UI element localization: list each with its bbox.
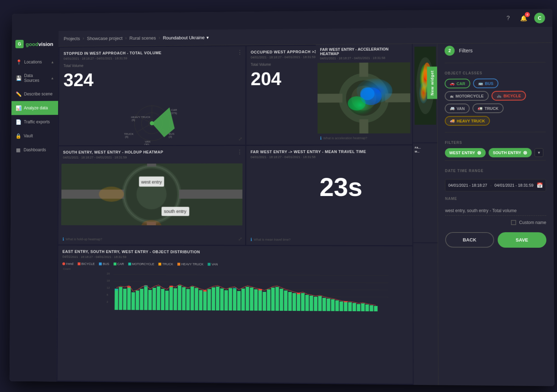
svg-rect-107 <box>288 292 292 311</box>
widget4-menu[interactable]: ⋮ <box>237 149 243 155</box>
sidebar-item-dashboards[interactable]: ▦ Dashboards <box>11 143 58 157</box>
svg-rect-75 <box>169 287 173 310</box>
svg-rect-60 <box>115 289 118 291</box>
breadcrumb-roundabout[interactable]: Roundabout Ukraine ▾ <box>163 35 209 40</box>
partial-fa: FA... M... <box>413 143 438 243</box>
svg-rect-116 <box>322 298 326 311</box>
remove-south-filter[interactable]: ⊗ <box>523 150 527 155</box>
remove-west-filter[interactable]: ⊗ <box>477 150 481 155</box>
svg-text:south entry: south entry <box>164 209 187 214</box>
pill-truck[interactable]: 🚛 TRUCK <box>473 103 503 113</box>
notification-icon[interactable]: 🔔 4 <box>519 13 529 23</box>
sidebar-item-analyze-data[interactable]: 📊 Analyze data <box>11 101 58 115</box>
svg-text:(279): (279) <box>170 112 177 115</box>
widget1-menu[interactable]: ⋮ <box>237 49 243 56</box>
filters-label: FILTERS <box>445 140 546 145</box>
travel-time-display: 23s <box>246 161 436 214</box>
travel-time-value: 23s <box>320 173 363 202</box>
bicycle-icon: 🚲 <box>497 94 502 98</box>
svg-rect-92 <box>233 289 236 310</box>
sidebar: G goodvision 📍 Locations ▲ 💾 Data Source… <box>10 31 59 381</box>
svg-rect-127 <box>365 304 369 311</box>
accel-info[interactable]: ℹ What is acceleration heatmap? <box>320 136 367 141</box>
accel-header: FAR WEST ENTRY - ACCELERATION HEATMAP 04… <box>316 44 412 61</box>
new-widget-panel: ✕ New widget ✏ Widget type 2 Filters OBJ… <box>437 9 555 386</box>
custom-name-checkbox[interactable] <box>511 220 516 225</box>
expand-icon[interactable]: ⤢ <box>238 136 243 142</box>
pill-bicycle[interactable]: 🚲 BICYCLE <box>492 91 526 101</box>
svg-text:(30): (30) <box>144 143 149 145</box>
svg-rect-124 <box>352 303 356 311</box>
svg-rect-125 <box>357 304 360 311</box>
widget1-chart: HEAVY TRUCK (6) CAR (279) TRUCK (6) BUS … <box>59 93 246 145</box>
pill-heavy-truck[interactable]: 🚚 HEAVY TRUCK <box>445 116 490 126</box>
expand-icon-4[interactable]: ⤢ <box>238 236 242 242</box>
nav-section: 📍 Locations ▲ 💾 Data Sources ▲ ✏️ Descri… <box>10 55 59 382</box>
svg-rect-67 <box>140 289 143 310</box>
calendar-icon[interactable]: 📅 <box>536 183 543 188</box>
pill-van[interactable]: 🚐 VAN <box>445 103 470 113</box>
svg-rect-126 <box>361 303 365 311</box>
svg-rect-62 <box>123 289 127 310</box>
save-button[interactable]: SAVE <box>497 232 546 248</box>
pill-motorcycle[interactable]: 🏍 MOTORCYCLE <box>445 91 489 101</box>
widget1-title: STOPPED IN WEST APPROACH - TOTAL VOLUME <box>64 50 241 56</box>
pill-car[interactable]: 🚗 CAR <box>445 79 470 88</box>
step-2-row[interactable]: 2 Filters <box>445 45 545 56</box>
widget4-header: SOUTH ENTRY, WEST ENTRY - HOLDUP HEATMAP… <box>59 146 246 161</box>
vault-icon: 🔒 <box>15 133 21 139</box>
object-classes-label: OBJECT CLASSES <box>445 71 545 75</box>
name-input[interactable] <box>445 206 546 215</box>
legend-car: CAR <box>114 262 124 266</box>
filter-dropdown[interactable]: ▾ <box>535 148 544 157</box>
svg-rect-88 <box>216 287 219 310</box>
logo-text: goodvision <box>26 41 53 47</box>
svg-text:12: 12 <box>107 286 110 290</box>
svg-rect-103 <box>271 288 275 311</box>
svg-text:6: 6 <box>107 293 109 297</box>
breadcrumb-showcase[interactable]: Showcase project <box>87 35 122 41</box>
svg-text:2: 2 <box>106 300 108 303</box>
help-icon[interactable]: ? <box>503 13 513 23</box>
filter-south-entry[interactable]: SOUTH ENTRY ⊗ <box>489 148 532 157</box>
svg-rect-95 <box>241 289 245 310</box>
sidebar-item-vault[interactable]: 🔒 Vault <box>11 129 58 143</box>
holdup-info[interactable]: ℹ What is hold-up heatmap? <box>62 237 102 242</box>
legend-bar-bicycle <box>77 263 80 265</box>
svg-rect-97 <box>250 287 253 310</box>
sidebar-item-traffic-exports[interactable]: 📄 Traffic exports <box>11 115 58 129</box>
sidebar-item-locations[interactable]: 📍 Locations ▲ <box>12 55 59 69</box>
svg-rect-78 <box>178 286 181 310</box>
svg-rect-80 <box>186 289 190 310</box>
user-avatar[interactable]: C <box>534 13 545 23</box>
back-button[interactable]: BACK <box>445 232 494 248</box>
breadcrumb-rural[interactable]: Rural scenes <box>129 35 156 40</box>
legend-bar-bus <box>99 263 102 265</box>
dashboard-icon: ▦ <box>15 147 21 153</box>
svg-rect-71 <box>153 288 156 310</box>
custom-name-row: Custom name <box>445 220 546 225</box>
chevron-icon-2: ▲ <box>51 76 54 80</box>
svg-rect-112 <box>305 295 309 311</box>
truck-icon: 🚛 <box>478 106 482 111</box>
svg-rect-129 <box>374 306 377 312</box>
pill-bus[interactable]: 🚌 BUS <box>473 78 498 88</box>
action-buttons: BACK SAVE <box>445 232 546 248</box>
svg-rect-63 <box>127 288 131 310</box>
travel-time-info[interactable]: ℹ What is mean travel time? <box>250 237 291 242</box>
heavy-truck-icon: 🚚 <box>450 119 455 123</box>
svg-rect-109 <box>297 294 300 311</box>
sidebar-item-describe-scene[interactable]: ✏️ Describe scene <box>11 87 58 101</box>
motorcycle-icon: 🏍 <box>450 94 454 98</box>
dropdown-arrow: ▾ <box>206 35 209 40</box>
svg-rect-70 <box>148 290 152 310</box>
new-widget-tab[interactable]: New widget <box>427 67 437 99</box>
svg-point-133 <box>419 82 428 103</box>
filter-west-entry[interactable]: WEST ENTRY ⊗ <box>445 148 486 157</box>
svg-text:CAR: CAR <box>171 108 177 112</box>
breadcrumb-projects[interactable]: Projects <box>64 36 80 41</box>
svg-text:(3): (3) <box>169 135 172 138</box>
sidebar-item-data-sources[interactable]: 💾 Data Sources ▲ <box>12 69 59 87</box>
svg-line-56 <box>114 282 388 283</box>
svg-text:18: 18 <box>107 279 110 282</box>
